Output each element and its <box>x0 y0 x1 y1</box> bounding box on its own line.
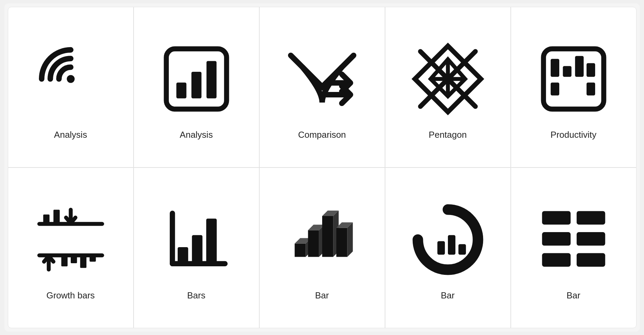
icon-bar-3d <box>278 195 367 284</box>
icon-label-productivity: Productivity <box>550 130 596 140</box>
icon-cell-pentagon[interactable]: Pentagon <box>385 7 511 168</box>
icon-comparison <box>278 35 367 123</box>
icon-label-bars: Bars <box>187 290 205 301</box>
icon-analysis-radial <box>26 35 115 123</box>
icon-label-comparison: Comparison <box>298 130 346 140</box>
svg-rect-33 <box>206 218 217 264</box>
icon-label-bar-list: Bar <box>566 290 580 301</box>
svg-rect-27 <box>80 255 86 268</box>
svg-rect-49 <box>542 211 571 225</box>
icon-grid: Analysis Analysis <box>4 3 640 332</box>
svg-rect-21 <box>43 214 49 224</box>
svg-rect-16 <box>586 63 595 77</box>
icon-bar-list <box>529 195 618 284</box>
svg-rect-14 <box>563 66 571 77</box>
svg-rect-54 <box>576 253 605 267</box>
icon-cell-analysis-1[interactable]: Analysis <box>8 7 134 168</box>
svg-marker-40 <box>322 216 333 257</box>
svg-rect-1 <box>176 82 186 98</box>
icon-label-analysis-1: Analysis <box>54 130 87 140</box>
icon-cell-bar-donut[interactable]: Bar <box>385 168 511 328</box>
svg-rect-3 <box>206 61 216 98</box>
svg-rect-12 <box>543 49 603 109</box>
svg-rect-26 <box>71 255 77 263</box>
svg-rect-22 <box>53 210 59 224</box>
svg-rect-52 <box>576 211 605 225</box>
icon-cell-bar-3d[interactable]: Bar <box>259 168 385 328</box>
svg-rect-2 <box>191 72 201 98</box>
svg-rect-50 <box>542 232 571 246</box>
svg-rect-46 <box>437 241 445 255</box>
svg-rect-28 <box>90 255 96 262</box>
svg-marker-34 <box>294 243 305 257</box>
svg-marker-45 <box>347 222 353 257</box>
svg-rect-25 <box>61 255 67 266</box>
svg-rect-32 <box>192 235 202 264</box>
icon-label-bar-3d: Bar <box>315 290 329 301</box>
icon-label-bar-donut: Bar <box>441 290 454 301</box>
icon-cell-comparison[interactable]: Comparison <box>259 7 385 168</box>
svg-rect-51 <box>542 253 571 267</box>
svg-rect-53 <box>576 232 605 246</box>
icon-label-pentagon: Pentagon <box>429 130 467 140</box>
icon-cell-analysis-2[interactable]: Analysis <box>134 7 259 168</box>
svg-rect-47 <box>448 235 455 254</box>
icon-cell-bars[interactable]: Bars <box>134 168 259 328</box>
svg-rect-13 <box>550 59 559 77</box>
svg-rect-15 <box>575 56 584 77</box>
icon-pentagon <box>403 35 492 123</box>
icon-cell-bar-list[interactable]: Bar <box>511 168 636 328</box>
svg-rect-48 <box>458 244 466 255</box>
svg-marker-37 <box>308 230 319 257</box>
icon-label-growth-bars: Growth bars <box>46 290 95 301</box>
svg-rect-31 <box>178 247 188 264</box>
icon-bars <box>152 195 241 284</box>
icon-label-analysis-2: Analysis <box>180 130 213 140</box>
svg-rect-18 <box>586 82 595 95</box>
icon-bar-donut <box>403 195 492 284</box>
icon-cell-growth-bars[interactable]: Growth bars <box>8 168 134 328</box>
icon-productivity <box>529 35 618 123</box>
svg-rect-17 <box>550 82 559 95</box>
svg-marker-43 <box>336 228 347 257</box>
icon-analysis-bar <box>152 35 241 123</box>
icon-cell-productivity[interactable]: Productivity <box>511 7 636 168</box>
icon-growth-bars <box>26 195 115 284</box>
